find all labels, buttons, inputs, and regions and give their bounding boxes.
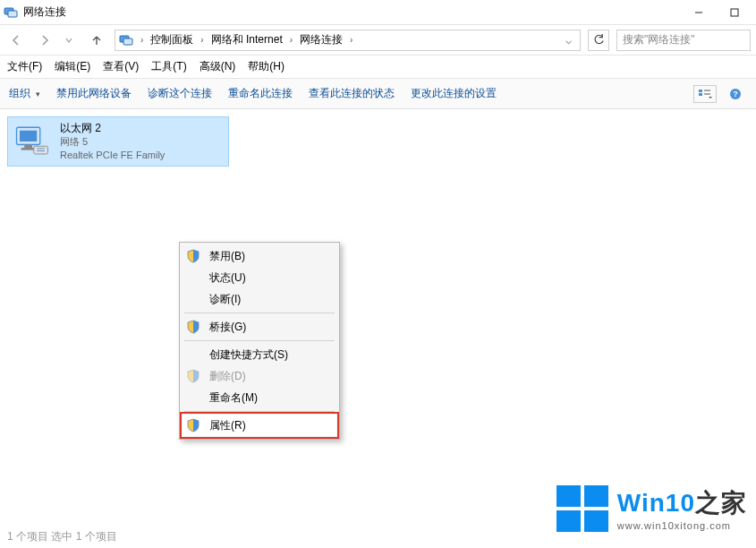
menu-advanced[interactable]: 高级(N) xyxy=(200,59,236,74)
breadcrumb-dropdown[interactable]: ⌵ xyxy=(560,34,576,47)
maximize-button[interactable] xyxy=(717,1,752,24)
nav-back-button[interactable] xyxy=(5,30,27,51)
svg-rect-13 xyxy=(20,131,37,141)
breadcrumb-segment[interactable]: 网络连接 xyxy=(296,30,346,50)
breadcrumb-segment[interactable]: 控制面板 xyxy=(147,30,197,50)
watermark-url: www.win10xitong.com xyxy=(617,520,747,531)
chevron-right-icon[interactable]: › xyxy=(348,35,354,45)
shield-icon xyxy=(186,249,200,263)
svg-rect-1 xyxy=(8,11,17,17)
svg-text:?: ? xyxy=(733,90,738,98)
search-placeholder: 搜索"网络连接" xyxy=(623,32,695,47)
svg-rect-16 xyxy=(34,146,48,154)
chevron-right-icon[interactable]: › xyxy=(199,35,205,45)
ctx-create-shortcut[interactable]: 创建快捷方式(S) xyxy=(183,344,336,365)
menu-tools[interactable]: 工具(T) xyxy=(151,59,186,74)
toolbar-rename[interactable]: 重命名此连接 xyxy=(228,86,293,101)
chevron-right-icon[interactable]: › xyxy=(288,35,294,45)
adapter-text: 以太网 2 网络 5 Realtek PCIe FE Family xyxy=(60,121,165,162)
menu-file[interactable]: 文件(F) xyxy=(7,59,42,74)
titlebar: 网络连接 xyxy=(0,0,756,25)
ctx-properties[interactable]: 属性(R) xyxy=(183,415,336,436)
watermark-title-a: Win10 xyxy=(617,489,695,517)
adapter-network: 网络 5 xyxy=(60,135,165,149)
chevron-right-icon[interactable]: › xyxy=(139,35,145,45)
menu-edit[interactable]: 编辑(E) xyxy=(55,59,90,74)
nav-forward-button[interactable] xyxy=(34,30,55,51)
svg-rect-14 xyxy=(24,145,32,149)
ctx-status[interactable]: 状态(U) xyxy=(183,267,336,288)
network-connections-icon xyxy=(4,5,18,20)
toolbar: 组织 禁用此网络设备 诊断这个连接 重命名此连接 查看此连接的状态 更改此连接的… xyxy=(0,79,756,109)
menu-help[interactable]: 帮助(H) xyxy=(248,59,285,74)
menubar: 文件(F) 编辑(E) 查看(V) 工具(T) 高级(N) 帮助(H) xyxy=(0,56,756,79)
shield-icon xyxy=(186,418,200,432)
navbar: › 控制面板 › 网络和 Internet › 网络连接 › ⌵ 搜索"网络连接… xyxy=(0,25,756,56)
toolbar-view-status[interactable]: 查看此连接的状态 xyxy=(309,86,395,101)
toolbar-organize[interactable]: 组织 xyxy=(9,86,40,101)
windows-logo-icon xyxy=(556,485,608,532)
svg-rect-7 xyxy=(699,93,702,96)
ctx-disable[interactable]: 禁用(B) xyxy=(183,245,336,267)
watermark: Win10之家 www.win10xitong.com xyxy=(556,485,747,532)
ctx-delete: 删除(D) xyxy=(183,365,336,387)
ctx-rename[interactable]: 重命名(M) xyxy=(183,387,336,408)
svg-rect-15 xyxy=(21,148,36,150)
context-separator xyxy=(184,340,335,341)
svg-rect-6 xyxy=(699,90,702,92)
search-input[interactable]: 搜索"网络连接" xyxy=(616,30,751,51)
toolbar-disable-device[interactable]: 禁用此网络设备 xyxy=(56,86,132,101)
svg-rect-3 xyxy=(731,9,738,16)
adapter-device: Realtek PCIe FE Family xyxy=(60,149,165,162)
minimize-button[interactable] xyxy=(681,1,717,24)
shield-icon xyxy=(186,369,200,383)
toolbar-change-settings[interactable]: 更改此连接的设置 xyxy=(411,86,497,101)
view-options-button[interactable] xyxy=(693,85,717,103)
refresh-button[interactable] xyxy=(588,30,609,51)
watermark-title-b: 之家 xyxy=(695,489,747,517)
control-panel-icon xyxy=(119,33,133,47)
watermark-text: Win10之家 www.win10xitong.com xyxy=(617,486,747,531)
shield-icon xyxy=(186,320,200,334)
nav-history-dropdown[interactable] xyxy=(63,30,75,51)
content-area: 以太网 2 网络 5 Realtek PCIe FE Family 禁用(B) … xyxy=(0,109,756,548)
ethernet-adapter-icon xyxy=(13,123,51,160)
status-bar-text: 1 个项目 选中 1 个项目 xyxy=(7,529,117,544)
toolbar-diagnose[interactable]: 诊断这个连接 xyxy=(148,86,212,101)
nav-up-button[interactable] xyxy=(86,30,107,51)
context-separator xyxy=(184,313,335,313)
network-adapter-item[interactable]: 以太网 2 网络 5 Realtek PCIe FE Family xyxy=(7,116,229,167)
svg-rect-5 xyxy=(123,39,132,45)
menu-view[interactable]: 查看(V) xyxy=(103,59,139,74)
ctx-diagnose[interactable]: 诊断(I) xyxy=(183,288,336,310)
help-button[interactable]: ? xyxy=(724,85,747,103)
context-separator xyxy=(184,411,335,412)
window-controls xyxy=(681,1,752,24)
window-title: 网络连接 xyxy=(23,4,681,20)
context-menu: 禁用(B) 状态(U) 诊断(I) 桥接(G) 创建快捷方式(S) 删除(D) … xyxy=(179,242,340,440)
breadcrumb-segment[interactable]: 网络和 Internet xyxy=(208,30,286,50)
breadcrumb[interactable]: › 控制面板 › 网络和 Internet › 网络连接 › ⌵ xyxy=(115,30,581,51)
ctx-bridge[interactable]: 桥接(G) xyxy=(183,316,336,338)
adapter-name: 以太网 2 xyxy=(60,121,165,135)
